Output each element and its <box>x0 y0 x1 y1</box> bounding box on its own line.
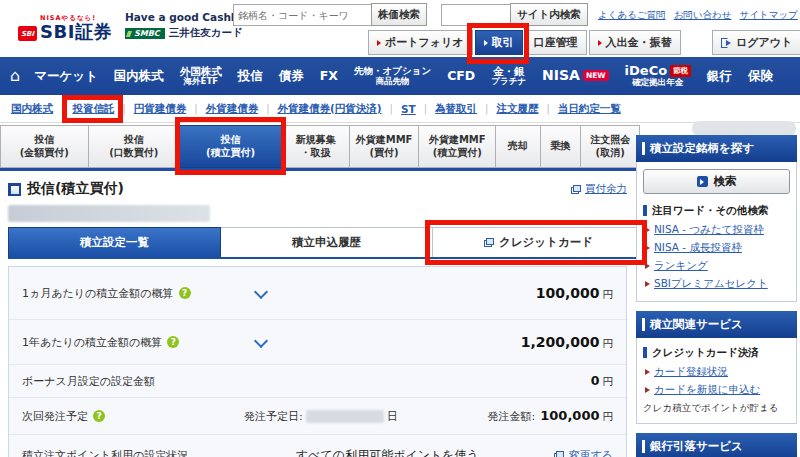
portfolio-button[interactable]: ポートフォリオ <box>368 30 473 55</box>
chevron-down-icon[interactable] <box>254 334 268 348</box>
next-order-amount: 100,000 <box>540 408 599 423</box>
chevron-down-icon[interactable] <box>254 285 268 299</box>
tab-order-inquiry[interactable]: 注文照会(取消) <box>580 125 640 168</box>
stock-search-button[interactable]: 株価検索 <box>371 3 427 26</box>
subnav-foreign-bonds[interactable]: 外貨建債券 <box>203 100 262 118</box>
nav-item-domestic-stock[interactable]: 国内株式 <box>106 69 172 83</box>
header-help-links: よくあるご質問 お問い合わせ サイトマップ <box>598 9 798 22</box>
row-monthly-estimate: 1ヵ月あたりの積立金額の概算 100,000 円 <box>9 267 626 319</box>
main-nav: ⌂ マーケット 国内株式 外国株式 海外ETF 投信 債券 FX 先物・オプショ… <box>0 57 800 95</box>
header: SBI NISAやるなら! SBI証券 Have a good Cashless… <box>0 0 800 58</box>
sidebar-search-body: 検索 注目ワード・その他検索 NISA - つみたて投資枠 NISA - 成長投… <box>636 162 797 302</box>
new-window-icon <box>571 185 581 194</box>
sidebar-bank-section: 銀行引落サービス <box>636 433 797 457</box>
help-icon[interactable] <box>179 287 191 299</box>
link-nisa-tsumitate[interactable]: NISA - つみたて投資枠 <box>654 223 764 237</box>
home-icon[interactable]: ⌂ <box>10 68 20 84</box>
tax-saving-badge: 節税 <box>670 65 691 77</box>
sbi-logo-mark: SBI <box>18 26 37 41</box>
link-sbi-premium[interactable]: SBIプレミアムセレクト <box>654 277 768 291</box>
nav-item-gold-platinum[interactable]: 金・銀 プラチナ <box>483 65 534 86</box>
sbi-logo[interactable]: SBI NISAやるなら! SBI証券 <box>18 14 112 41</box>
tab-switch[interactable]: 乗換 <box>540 125 581 168</box>
list-item: SBIプレミアムセレクト <box>643 275 790 293</box>
fund-search-button[interactable]: 検索 <box>643 169 790 194</box>
nav-item-market[interactable]: マーケット <box>26 69 106 83</box>
sidebar-search-header: 積立設定銘柄を探す <box>636 135 797 162</box>
deposit-transfer-button[interactable]: 入出金・振替 <box>589 30 681 55</box>
subnav-domestic-stock[interactable]: 国内株式 <box>8 100 56 118</box>
buying-power-link[interactable]: 買付余力 <box>571 182 627 196</box>
tab-mmf-buy[interactable]: 外貨建MMF(買付) <box>349 125 419 168</box>
logout-icon <box>721 37 732 48</box>
list-item: NISA - つみたて投資枠 <box>643 221 790 239</box>
subnav-order-history[interactable]: 注文履歴 <box>493 100 541 118</box>
link-card-apply[interactable]: カードを新規に申込む <box>654 383 760 397</box>
nav-item-ideco[interactable]: iDeCo節税 確定拠出年金 <box>617 64 700 88</box>
tab-tsumitate-settings[interactable]: 積立設定一覧 <box>8 227 221 257</box>
sidebar-service-section: 積立関連サービス クレジットカード決済 カード登録状況 カードを新規に申込む ク… <box>636 311 797 424</box>
nav-item-nisa[interactable]: NISANEW <box>534 68 617 83</box>
tab-fund-unit-buy[interactable]: 投信(口数買付) <box>88 125 179 168</box>
nav-item-foreign-stock[interactable]: 外国株式 海外ETF <box>172 65 230 86</box>
help-icon[interactable] <box>93 410 105 422</box>
tab-sell[interactable]: 売却 <box>495 125 539 168</box>
tab-credit-card[interactable]: クレジットカード <box>433 227 645 257</box>
tab-new-offering[interactable]: 新規募集・取扱 <box>281 125 349 168</box>
arrow-bullet-icon <box>645 227 650 233</box>
tab-mmf-tsumitate-buy[interactable]: 外貨建MMF(積立買付) <box>418 125 495 168</box>
link-card-status[interactable]: カード登録状況 <box>654 365 728 379</box>
sitemap-link[interactable]: サイトマップ <box>740 9 798 22</box>
subnav-foreign-bonds-jpy[interactable]: 外貨建債券(円貨決済) <box>275 100 385 118</box>
nav-item-futures-options[interactable]: 先物・オプション 商品先物 <box>346 66 439 86</box>
faq-link[interactable]: よくあるご質問 <box>598 9 666 22</box>
settings-tab-bar: 積立設定一覧 積立申込履歴 クレジットカード <box>8 227 645 259</box>
subnav-jpy-bonds[interactable]: 円貨建債券 <box>131 100 190 118</box>
logout-button[interactable]: ログアウト <box>712 30 800 55</box>
new-window-icon <box>484 238 494 247</box>
subnav-st[interactable]: ST <box>398 101 419 117</box>
page-title-row: 投信(積立買付) 買付余力 <box>8 180 627 198</box>
tab-fund-amount-buy[interactable]: 投信(金額買付) <box>0 125 88 168</box>
nav-item-bonds[interactable]: 債券 <box>271 69 312 83</box>
red-arrow-icon <box>598 40 602 46</box>
blue-bar-icon <box>643 205 647 216</box>
search-go-icon <box>697 176 708 187</box>
nav-item-insurance[interactable]: 保険 <box>740 69 781 83</box>
yearly-amount: 1,200,000 <box>521 334 600 350</box>
sidebar-bank-header: 銀行引落サービス <box>636 433 797 457</box>
redacted-username <box>8 205 210 222</box>
help-icon[interactable] <box>167 336 179 348</box>
tab-fund-tsumitate-buy[interactable]: 投信(積立買付) <box>179 125 281 168</box>
row-next-order: 次回発注予定 発注予定日: 日 発注金額: 100,000 円 <box>9 397 626 434</box>
white-arrow-icon <box>484 40 488 46</box>
point-usage-status: すべての利用可能ポイントを使う <box>296 447 479 457</box>
account-management-button[interactable]: 口座管理 <box>525 30 587 55</box>
site-search-input[interactable] <box>441 4 517 26</box>
page-title: 投信(積立買付) <box>27 180 124 198</box>
stock-search-input[interactable] <box>233 4 375 26</box>
arrow-bullet-icon <box>645 281 650 287</box>
product-tab-strip: 投信(金額買付) 投信(口数買付) 投信(積立買付) 新規募集・取扱 外貨建MM… <box>0 125 640 171</box>
nav-item-cfd[interactable]: CFD <box>439 69 483 83</box>
nav-item-funds[interactable]: 投信 <box>230 69 271 83</box>
change-point-setting-link[interactable]: 変更する <box>554 448 613 457</box>
link-ranking[interactable]: ランキング <box>654 259 708 273</box>
site-search-button[interactable]: サイト内検索 <box>510 3 588 26</box>
trade-button[interactable]: 取引 <box>475 30 523 55</box>
redacted-order-date <box>306 410 384 423</box>
list-item: カード登録状況 <box>643 363 790 381</box>
nav-item-fx[interactable]: FX <box>312 69 346 83</box>
list-item: ランキング <box>643 257 790 275</box>
sidebar-top-element <box>692 121 796 136</box>
keyword-search-subtitle: 注目ワード・その他検索 <box>643 203 790 218</box>
contact-link[interactable]: お問い合わせ <box>674 9 732 22</box>
link-nisa-growth[interactable]: NISA - 成長投資枠 <box>654 241 742 255</box>
list-item: NISA - 成長投資枠 <box>643 239 790 257</box>
subnav-today-executions[interactable]: 当日約定一覧 <box>555 100 624 118</box>
monthly-amount: 100,000 <box>536 285 600 301</box>
subnav-fx-trade[interactable]: 為替取引 <box>432 100 480 118</box>
subnav-investment-trust[interactable]: 投資信託 <box>69 100 117 118</box>
nav-item-bank[interactable]: 銀行 <box>699 69 740 83</box>
tab-tsumitate-history[interactable]: 積立申込履歴 <box>221 227 433 257</box>
